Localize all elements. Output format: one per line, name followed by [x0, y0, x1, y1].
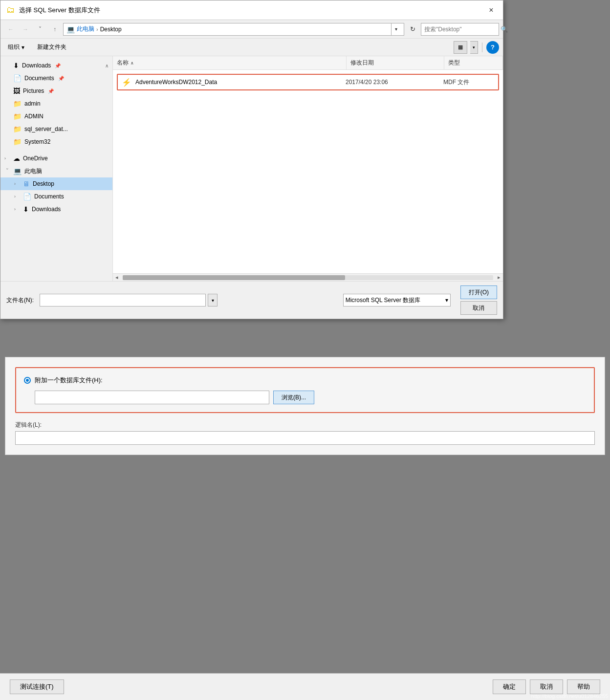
organize-button[interactable]: 组织 ▾ — [4, 41, 28, 53]
mdf-file-icon: ⚡ — [122, 78, 131, 87]
alias-input[interactable] — [15, 431, 595, 445]
pictures-icon: 🖼 — [13, 87, 20, 95]
file-name-cell: ⚡ AdventureWorksDW2012_Data — [118, 78, 342, 87]
radio-dot — [26, 379, 29, 382]
help-button[interactable]: ? — [486, 41, 499, 54]
scroll-right-btn[interactable]: ▸ — [495, 274, 503, 281]
back-button[interactable]: ← — [4, 23, 17, 36]
sidebar-item-downloads2[interactable]: › ⬇ Downloads — [0, 203, 112, 216]
col-modified[interactable]: 修改日期 — [347, 56, 444, 69]
attach-dialog: 附加一个数据库文件(H): 浏览(B)... 逻辑名(L): — [5, 357, 605, 455]
docs2-expand: › — [14, 194, 20, 199]
sidebar-sqlserver-label: sql_server_dat... — [24, 126, 68, 132]
admin-icon: 📁 — [13, 100, 22, 108]
up-button[interactable]: ↑ — [48, 23, 61, 36]
up-arrow: ∧ — [105, 63, 109, 68]
filetype-select[interactable]: Microsoft SQL Server 数据库 ▾ — [343, 294, 451, 306]
view-button[interactable]: ▦ — [454, 41, 467, 54]
sidebar-item-desktop[interactable]: › 🖥 Desktop — [0, 177, 112, 190]
sidebar-dl2-label: Downloads — [32, 206, 61, 213]
attach-label: 附加一个数据库文件(H): — [35, 376, 103, 385]
sidebar-item-onedrive[interactable]: › ☁ OneDrive — [0, 152, 112, 165]
attach-radio[interactable] — [24, 377, 31, 384]
alias-label: 逻辑名(L): — [15, 421, 595, 429]
sidebar-documents-label: Documents — [24, 75, 54, 82]
dl2-expand: › — [14, 207, 20, 212]
attach-section: 附加一个数据库文件(H): 浏览(B)... — [15, 367, 595, 413]
sidebar-item-documents2[interactable]: › 📄 Documents — [0, 190, 112, 203]
filename-dropdown[interactable]: ▾ — [208, 294, 218, 306]
file-date-label: 2017/4/20 23:06 — [346, 79, 388, 86]
sidebar-item-sqlserver[interactable]: 📁 sql_server_dat... — [0, 123, 112, 135]
confirm-button[interactable]: 确定 — [493, 679, 526, 694]
organize-label: 组织 — [8, 43, 20, 51]
sidebar-item-pictures[interactable]: 🖼 Pictures 📌 — [0, 85, 112, 97]
dialog-title-text: 选择 SQL Server 数据库文件 — [19, 6, 100, 15]
sidebar-item-admin[interactable]: 📁 admin — [0, 97, 112, 110]
col-name[interactable]: 名称 ∧ — [113, 56, 347, 69]
col-modified-label: 修改日期 — [350, 59, 374, 67]
refresh-button[interactable]: ↻ — [406, 23, 419, 36]
new-folder-button[interactable]: 新建文件夹 — [34, 41, 70, 53]
col-name-label: 名称 — [117, 59, 129, 67]
scroll-left-btn[interactable]: ◂ — [113, 274, 121, 281]
forward-button[interactable]: → — [19, 23, 32, 36]
close-button[interactable]: × — [485, 4, 497, 16]
sidebar-item-thispc[interactable]: › 💻 此电脑 — [0, 165, 112, 177]
sidebar-spacer — [0, 148, 112, 152]
toolbar-divider — [482, 43, 482, 52]
main-bottom-bar: 测试连接(T) 确定 取消 帮助 — [0, 673, 610, 700]
search-bar: 🔍 — [421, 23, 499, 36]
sort-arrow: ∧ — [131, 61, 134, 66]
filename-input[interactable] — [40, 294, 206, 306]
view-dropdown[interactable]: ▾ — [470, 41, 478, 54]
browse-button[interactable]: 浏览(B)... — [273, 391, 314, 404]
help-main-button[interactable]: 帮助 — [567, 679, 600, 694]
breadcrumb-sep1: › — [96, 26, 98, 32]
pin-icon2: 📌 — [58, 76, 64, 81]
file-date-cell: 2017/4/20 23:06 — [342, 79, 439, 86]
documents-icon: 📄 — [13, 74, 22, 82]
breadcrumb-dropdown[interactable]: ▾ — [391, 23, 401, 36]
pin-icon: 📌 — [55, 63, 61, 68]
toolbar-right: ▦ ▾ ? — [454, 41, 499, 54]
sidebar-item-system32[interactable]: 📁 System32 — [0, 135, 112, 148]
sidebar-system32-label: System32 — [24, 138, 50, 145]
thispc-expand: › — [5, 168, 10, 174]
nav-bar: ← → ˅ ↑ 💻 此电脑 › Desktop ▾ ↻ 🔍 — [0, 20, 503, 39]
column-header: 名称 ∧ 修改日期 类型 — [113, 56, 503, 70]
dialog-titlebar: 🗂 选择 SQL Server 数据库文件 × — [0, 0, 503, 20]
search-icon[interactable]: 🔍 — [501, 23, 508, 35]
file-open-dialog: 🗂 选择 SQL Server 数据库文件 × ← → ˅ ↑ 💻 此电脑 › … — [0, 0, 503, 319]
main-cancel-button[interactable]: 取消 — [530, 679, 563, 694]
dropdown-button[interactable]: ˅ — [34, 23, 46, 36]
h-scrollbar[interactable]: ◂ ▸ — [113, 273, 503, 281]
sidebar-item-admin-upper[interactable]: 📁 ADMIN — [0, 110, 112, 123]
title-icon: 🗂 — [6, 5, 15, 15]
sidebar-downloads-label: Downloads — [22, 62, 51, 69]
breadcrumb-desktop[interactable]: Desktop — [100, 26, 122, 33]
main-btn-group: 确定 取消 帮助 — [493, 679, 600, 694]
test-connection-button[interactable]: 测试连接(T) — [10, 679, 64, 694]
file-list: ⚡ AdventureWorksDW2012_Data 2017/4/20 23… — [113, 70, 503, 273]
onedrive-expand: › — [4, 156, 10, 161]
desktop-icon: 🖥 — [23, 180, 30, 188]
file-item-adventureworks[interactable]: ⚡ AdventureWorksDW2012_Data 2017/4/20 23… — [117, 74, 499, 90]
sidebar-admin-label: admin — [24, 100, 41, 107]
desktop-expand: › — [14, 181, 20, 186]
breadcrumb-bar: 💻 此电脑 › Desktop ▾ — [63, 23, 404, 36]
sidebar-item-documents[interactable]: 📄 Documents 📌 — [0, 72, 112, 85]
open-button[interactable]: 打开(O) — [460, 285, 497, 299]
sidebar-item-downloads[interactable]: ⬇ Downloads 📌 ∧ — [0, 59, 112, 72]
col-type-label: 类型 — [448, 59, 460, 67]
sidebar: ⬇ Downloads 📌 ∧ 📄 Documents 📌 🖼 Pictures… — [0, 56, 113, 281]
col-type[interactable]: 类型 — [444, 56, 503, 69]
h-scrollbar-thumb[interactable] — [123, 275, 345, 280]
downloads-icon: ⬇ — [13, 62, 19, 69]
file-type-label: MDF 文件 — [443, 79, 469, 86]
attach-file-input[interactable] — [35, 391, 269, 404]
h-scrollbar-track — [123, 275, 493, 280]
breadcrumb-thispc[interactable]: 此电脑 — [77, 25, 94, 33]
cancel-button-dialog[interactable]: 取消 — [460, 301, 497, 315]
search-input[interactable] — [421, 26, 501, 33]
